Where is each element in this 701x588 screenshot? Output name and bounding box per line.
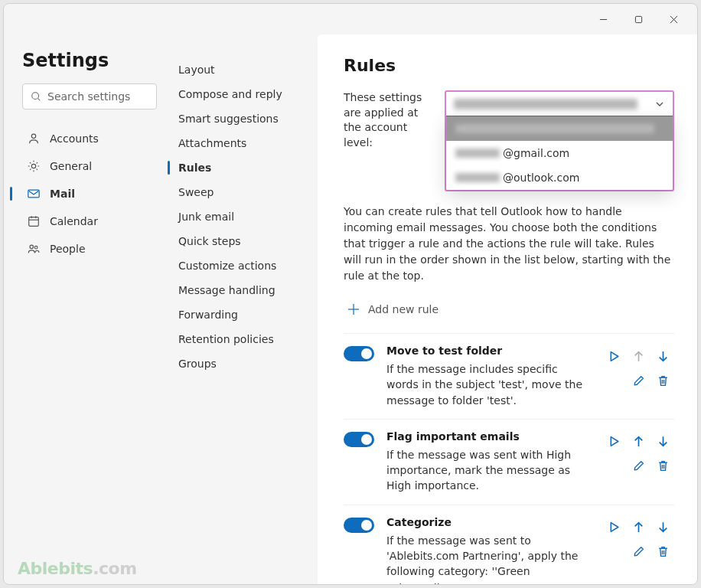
minimize-button[interactable] (585, 7, 621, 31)
account-option[interactable]: @gmail.com (446, 141, 673, 165)
rule-toggle[interactable] (344, 346, 374, 361)
account-row: These settings are applied at the accoun… (344, 90, 674, 191)
search-icon (31, 91, 41, 102)
maximize-icon (634, 15, 643, 24)
mid-groups[interactable]: Groups (171, 351, 311, 376)
rule-body: Flag important emailsIf the message was … (386, 430, 590, 494)
mid-compose[interactable]: Compose and reply (171, 82, 311, 106)
mail-icon (27, 187, 41, 201)
mid-layout[interactable]: Layout (171, 57, 311, 82)
rule-toggle[interactable] (344, 432, 374, 447)
account-select-value (454, 99, 637, 109)
rule-row: Flag important emailsIf the message was … (344, 419, 674, 505)
rule-actions (602, 430, 674, 494)
rules-list: Move to test folderIf the message includ… (344, 333, 674, 584)
nav-label: Mail (50, 188, 75, 200)
spacer (602, 369, 625, 392)
svg-point-13 (30, 245, 34, 249)
nav-label: People (50, 243, 86, 255)
mid-list: Layout Compose and reply Smart suggestio… (171, 57, 311, 376)
people-icon (27, 242, 41, 256)
content-heading: Rules (344, 56, 674, 75)
mid-retention-policies[interactable]: Retention policies (171, 327, 311, 351)
rule-actions (602, 516, 674, 584)
move-down-button[interactable] (651, 516, 674, 539)
nav-people[interactable]: People (22, 235, 155, 263)
window-body: Settings Accounts General Mail (4, 34, 697, 584)
person-icon (27, 132, 41, 145)
close-icon (670, 15, 678, 24)
mid-quick-steps[interactable]: Quick steps (171, 229, 311, 253)
spacer (602, 455, 625, 478)
nav-label: General (50, 160, 92, 172)
mid-customize-actions[interactable]: Customize actions (171, 253, 311, 278)
nav-list: Accounts General Mail Calendar People (22, 125, 155, 263)
mid-junk-email[interactable]: Junk email (171, 204, 311, 229)
mid-attachments[interactable]: Attachments (171, 131, 311, 155)
svg-rect-9 (29, 217, 39, 227)
run-rule-button[interactable] (602, 430, 625, 453)
rule-title: Categorize (386, 516, 590, 528)
nav-label: Accounts (50, 132, 99, 145)
mid-rules[interactable]: Rules (171, 155, 311, 180)
run-rule-button[interactable] (602, 345, 625, 368)
content-panel: Rules These settings are applied at the … (318, 34, 697, 584)
nav-general[interactable]: General (22, 152, 155, 180)
edit-rule-button[interactable] (627, 369, 650, 392)
rule-row: CategorizeIf the message was sent to 'Ab… (344, 505, 674, 584)
rule-description: If the message was sent to 'Ablebits.com… (386, 533, 585, 584)
move-down-button[interactable] (651, 430, 674, 453)
gear-icon (27, 159, 41, 173)
search-input-wrap[interactable] (22, 83, 157, 109)
settings-title: Settings (22, 50, 155, 71)
add-rule-button[interactable]: Add new rule (344, 298, 674, 321)
mid-sweep[interactable]: Sweep (171, 180, 311, 204)
account-option[interactable] (446, 116, 673, 141)
search-input[interactable] (47, 90, 181, 103)
rule-actions (602, 345, 674, 408)
account-select-highlight: @gmail.com @outlook.com (445, 90, 674, 191)
svg-point-6 (31, 134, 35, 138)
account-option[interactable]: @outlook.com (446, 165, 673, 190)
maximize-button[interactable] (621, 7, 656, 31)
close-button[interactable] (656, 7, 691, 31)
nav-accounts[interactable]: Accounts (22, 125, 155, 152)
rule-description: If the message includes specific words i… (386, 361, 585, 408)
rule-body: CategorizeIf the message was sent to 'Ab… (386, 516, 590, 584)
account-dropdown: @gmail.com @outlook.com (446, 116, 673, 190)
svg-point-7 (31, 164, 35, 168)
move-up-button[interactable] (627, 430, 650, 453)
run-rule-button[interactable] (602, 516, 625, 539)
nav-mail[interactable]: Mail (22, 180, 155, 207)
edit-rule-button[interactable] (627, 541, 650, 564)
delete-rule-button[interactable] (651, 369, 674, 392)
mid-smart-suggestions[interactable]: Smart suggestions (171, 106, 311, 131)
mid-forwarding[interactable]: Forwarding (171, 302, 311, 327)
chevron-down-icon (654, 99, 665, 109)
rule-body: Move to test folderIf the message includ… (386, 345, 590, 408)
plus-icon (347, 302, 360, 316)
nav-calendar[interactable]: Calendar (22, 207, 155, 235)
calendar-icon (27, 214, 41, 228)
rule-toggle[interactable] (344, 518, 374, 533)
spacer (602, 541, 625, 564)
svg-point-14 (34, 246, 37, 249)
account-select[interactable] (446, 92, 673, 116)
rule-description: If the message was sent with High import… (386, 447, 585, 494)
rules-description: You can create rules that tell Outlook h… (344, 204, 674, 284)
move-down-button[interactable] (651, 345, 674, 368)
move-up-button (627, 345, 650, 368)
svg-line-5 (38, 99, 41, 101)
svg-rect-1 (635, 16, 641, 22)
window-titlebar (4, 4, 697, 34)
edit-rule-button[interactable] (627, 455, 650, 478)
move-up-button[interactable] (627, 516, 650, 539)
delete-rule-button[interactable] (651, 541, 674, 564)
settings-window: Settings Accounts General Mail (3, 3, 698, 585)
mid-message-handling[interactable]: Message handling (171, 278, 311, 302)
svg-point-4 (32, 93, 39, 100)
minimize-icon (599, 15, 608, 24)
rule-title: Move to test folder (386, 345, 590, 357)
delete-rule-button[interactable] (651, 455, 674, 478)
sidebar-secondary: Layout Compose and reply Smart suggestio… (165, 34, 318, 584)
